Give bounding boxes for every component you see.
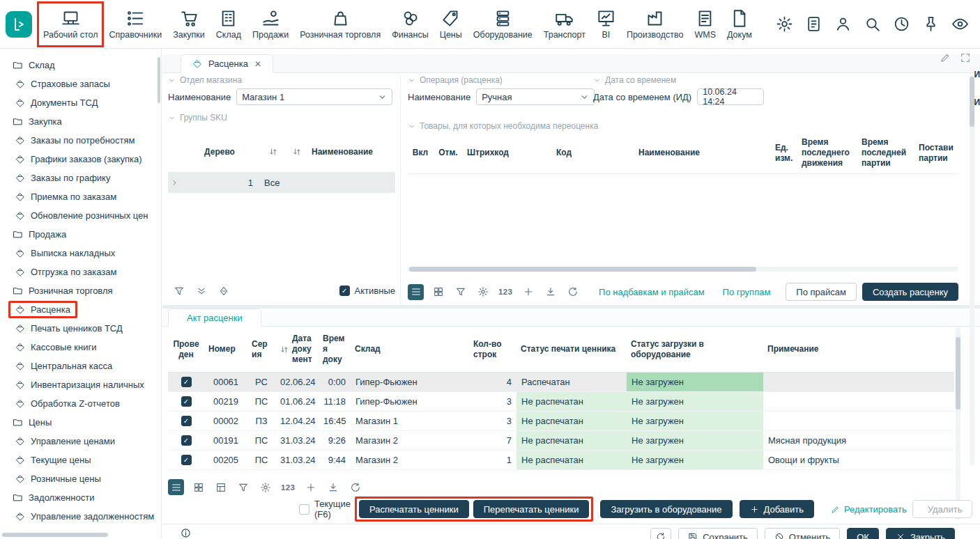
table-row[interactable]: ✓00002ПЗ12.04.2416:45Магазин 13Не распеч… [168,412,954,431]
create-reprice-button[interactable]: Создать расценку [862,283,958,301]
sku-col-name[interactable]: Наименование [312,147,373,157]
clock-icon[interactable] [893,15,910,33]
sort-icon[interactable] [292,147,302,157]
sort-icon[interactable] [280,345,289,354]
acts-column-header[interactable]: Склад [351,327,469,372]
acts-column-header[interactable]: Номер [204,327,247,372]
tab-act-rascenki[interactable]: Акт расценки [168,308,261,327]
table-row[interactable]: ✓00061РС02.06.240:00Гипер-Фьюжен4Распеча… [168,373,954,392]
sidebar-item-2[interactable]: Документы ТСД [0,93,161,112]
store-dept-section-header[interactable]: Отдел магазина [168,75,242,85]
refresh-icon[interactable] [565,284,581,300]
menu-bi[interactable]: BI [591,2,621,47]
menu-retail[interactable]: Розничная торговля [294,2,386,47]
sidebar-item-16[interactable]: Центральная касса [0,357,161,375]
menu-price-tag[interactable]: Цены [434,2,468,47]
add-button[interactable]: Добавить [740,500,814,518]
acts-column-header[interactable]: Проведен [168,327,204,372]
table-row[interactable]: ✓00219ПС01.06.2411:18Гипер-Фьюжен3Не рас… [168,392,954,412]
sidebar-group-0[interactable]: Склад [0,56,161,75]
ok-button[interactable]: ОК [847,528,879,539]
sidebar-item-18[interactable]: Обработка Z-отчетов [0,394,161,413]
goods-column-header[interactable]: Штрихкод [464,132,553,173]
goods-column-header[interactable]: Время последнего движения [798,132,858,173]
chevron-right-icon[interactable] [168,179,181,187]
menu-document[interactable]: Докум [721,2,758,47]
datetime-input[interactable]: 10.06.24 14:24 [697,88,764,105]
row-checkbox[interactable]: ✓ [181,396,192,407]
reprint-pricetags-button[interactable]: Перепечатать ценники [473,500,590,518]
plus-icon[interactable] [303,479,319,495]
datetime-section-header[interactable]: Дата со временем [593,75,676,85]
counter-123[interactable]: 123 [497,284,514,300]
tab-rascenka[interactable]: Расценка ✕ [181,54,273,73]
notes-icon[interactable] [805,15,822,33]
row-checkbox[interactable]: ✓ [181,377,192,387]
sidebar-item-22[interactable]: Розничные цены [0,469,161,488]
cancel-button[interactable]: Отменить [765,528,840,539]
save-button[interactable]: Сохранить [678,528,758,539]
sidebar-item-5[interactable]: Графики заказов (закупка) [0,150,161,169]
acts-column-header[interactable]: Кол-во строк [469,327,516,372]
menu-equipment[interactable]: Оборудование [468,2,538,47]
operation-section-header[interactable]: Операция (расценка) [408,75,503,85]
menu-transport[interactable]: Транспорт [538,2,591,47]
goods-column-header[interactable]: Время последней партии [858,132,915,173]
goods-column-header[interactable]: Вкл [408,132,433,173]
search-icon[interactable] [864,15,881,33]
levels-icon[interactable] [215,283,231,299]
sidebar-item-24[interactable]: Управление задолженностям [0,507,161,526]
scrollbar-thumb[interactable] [409,267,756,272]
download-icon[interactable] [325,479,341,495]
info-icon[interactable] [181,528,191,538]
menu-catalog[interactable]: Справочники [103,2,167,47]
load-to-equipment-button[interactable]: Загрузить в оборудование [600,500,732,518]
acts-column-header[interactable]: Статус загрузки в оборудование [627,327,763,372]
sku-groups-section-header[interactable]: Группы SKU [168,113,227,123]
sidebar-group-19[interactable]: Цены [0,413,161,432]
refresh-icon[interactable] [347,479,363,495]
close-button[interactable]: Закрыть [886,528,955,539]
active-checkbox[interactable]: ✓ [339,286,350,296]
sidebar-item-6[interactable]: Заказы по графику [0,169,161,187]
edit-button[interactable]: Редактировать [825,500,912,518]
goods-column-header[interactable]: Наименование [635,132,772,173]
by-groups-link[interactable]: По группам [723,287,771,297]
acts-column-header[interactable]: Время доку [319,327,351,372]
user-icon[interactable] [834,15,852,33]
goods-column-header[interactable]: Постави партии [915,132,958,173]
goods-column-header[interactable]: Ед. изм. [772,132,798,173]
sidebar-item-10[interactable]: Выписка накладных [0,244,161,263]
scrollbar-thumb[interactable] [956,337,960,409]
collapse-icon[interactable] [193,283,209,299]
sidebar-item-8[interactable]: Обновление розничных цен [0,206,161,225]
sidebar-item-17[interactable]: Инвентаризация наличных [0,375,161,394]
gear-icon[interactable] [475,284,491,300]
acts-column-header[interactable]: Статус печати ценника [516,327,627,372]
delete-button[interactable]: Удалить [912,500,973,518]
app-logo[interactable] [6,11,32,38]
pin-icon[interactable] [922,15,940,33]
sidebar-item-15[interactable]: Кассовые книги [0,338,161,357]
goods-column-header[interactable]: Отм. [433,132,464,173]
by-pricelists-button[interactable]: По прайсам [786,283,857,301]
menu-sales[interactable]: Продажи [247,2,294,47]
counter-123[interactable]: 123 [280,479,296,495]
table-row[interactable]: ✓00191ПС31.03.249:26Магазин 27Не распеча… [168,431,954,451]
current-filter[interactable]: Текущие (F6) [299,499,351,520]
expand-icon[interactable] [960,52,971,63]
grid-view-icon[interactable] [430,284,446,300]
sidebar-item-11[interactable]: Отгрузка по заказам [0,263,161,281]
goods-section-header[interactable]: Товары, для которых необходима переоценк… [408,121,598,131]
row-checkbox[interactable]: ✓ [181,435,192,446]
by-markups-pricelists-link[interactable]: По надбавкам и прайсам [599,287,705,297]
acts-column-header[interactable]: Дата документ [275,327,319,372]
sidebar-item-21[interactable]: Текущие цены [0,451,161,469]
funnel-icon[interactable] [452,284,468,300]
row-checkbox[interactable]: ✓ [181,455,192,465]
menu-production[interactable]: Производство [621,2,689,47]
sku-row-all[interactable]: 1 Все [168,173,395,193]
refresh-button[interactable] [650,528,671,539]
menu-wms[interactable]: WMS [689,2,721,47]
sidebar-horizontal-scrollbar[interactable] [2,533,108,537]
